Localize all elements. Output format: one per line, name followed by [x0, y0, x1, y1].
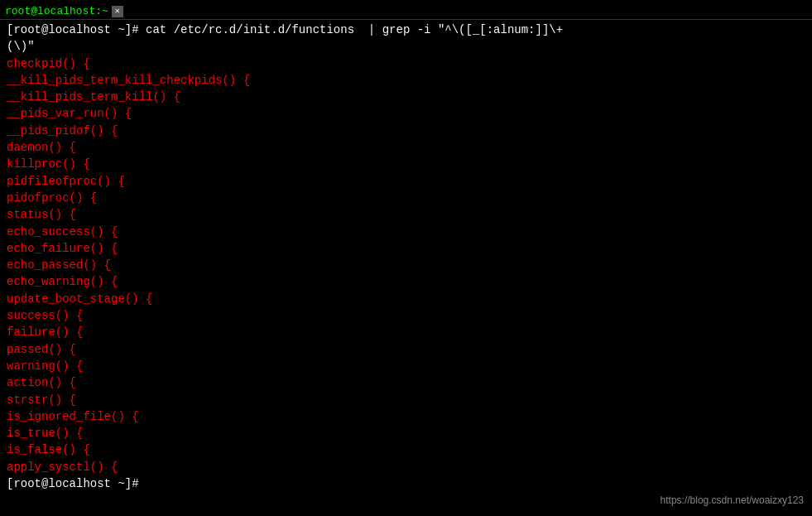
terminal-line: echo_warning() {: [7, 273, 805, 290]
terminal-title: root@localhost:~: [5, 5, 108, 17]
terminal-line: pidfileofproc() {: [7, 173, 805, 190]
terminal-content: [root@localhost ~]# cat /etc/rc.d/init.d…: [0, 20, 812, 494]
terminal-line: pidofproc() {: [7, 190, 805, 206]
terminal-line: is_true() {: [7, 425, 805, 441]
terminal-line: __kill_pids_term_kill_checkpids() {: [7, 72, 805, 89]
terminal-line: __kill_pids_term_kill() {: [7, 89, 805, 105]
terminal-line: checkpid() {: [7, 55, 805, 72]
close-button[interactable]: ✕: [112, 6, 123, 17]
terminal-line: failure() {: [7, 324, 805, 340]
terminal-line: killproc() {: [7, 156, 805, 172]
terminal-line: warning() {: [7, 358, 805, 374]
terminal-line: echo_failure() {: [7, 240, 805, 257]
terminal-line: [root@localhost ~]#: [7, 475, 805, 492]
terminal-line: action() {: [7, 374, 805, 391]
terminal-line: passed() {: [7, 341, 805, 358]
terminal-line: is_false() {: [7, 441, 805, 458]
terminal-window: root@localhost:~ ✕ [root@localhost ~]# c…: [0, 0, 812, 516]
terminal-line: daemon() {: [7, 139, 805, 156]
terminal-line: success() {: [7, 307, 805, 324]
terminal-line: (\)": [7, 38, 805, 55]
watermark: https://blog.csdn.net/woaizxy123: [661, 494, 804, 506]
terminal-line: status() {: [7, 206, 805, 223]
terminal-line: [root@localhost ~]# cat /etc/rc.d/init.d…: [7, 22, 805, 38]
terminal-line: __pids_var_run() {: [7, 105, 805, 122]
terminal-line: is_ignored_file() {: [7, 408, 805, 425]
title-bar: root@localhost:~ ✕: [0, 3, 812, 20]
terminal-line: strstr() {: [7, 392, 805, 408]
terminal-line: echo_success() {: [7, 224, 805, 240]
terminal-line: update_boot_stage() {: [7, 291, 805, 307]
terminal-line: echo_passed() {: [7, 257, 805, 273]
terminal-line: apply_sysctl() {: [7, 459, 805, 475]
terminal-line: __pids_pidof() {: [7, 123, 805, 139]
